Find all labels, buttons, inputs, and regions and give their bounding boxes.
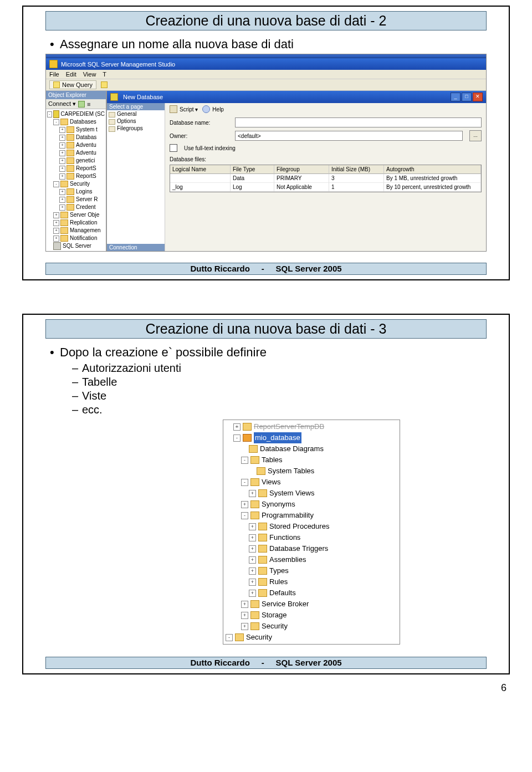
refresh-icon[interactable] — [78, 101, 85, 108]
new-query-label: New Query — [62, 81, 93, 88]
files-label: Database files: — [170, 156, 482, 162]
tree-label: Database Diagrams — [260, 443, 324, 454]
dbname-input[interactable] — [235, 117, 482, 127]
dialog-sidebar: Select a page General Options Filegroups… — [107, 103, 165, 251]
tree-item[interactable]: +ReportS — [47, 165, 105, 172]
cell[interactable] — [170, 174, 231, 183]
page-filegroups[interactable]: Filegroups — [107, 125, 165, 132]
tree-item[interactable]: +Notification — [47, 234, 105, 242]
grid-row[interactable]: Data PRIMARY 3 By 1 MB, unrestricted gro… — [170, 174, 481, 183]
minimize-button[interactable]: _ — [451, 93, 461, 101]
cell[interactable]: By 10 percent, unrestricted growth — [384, 183, 481, 192]
maximize-button[interactable]: □ — [462, 93, 472, 101]
cell[interactable]: PRIMARY — [274, 174, 329, 183]
grid-row[interactable]: _log Log Not Applicable 1 By 10 percent,… — [170, 183, 481, 192]
menu-view[interactable]: View — [83, 71, 96, 78]
tree-label: Security — [262, 621, 288, 632]
slide-2: Creazione di una nuova base di dati - 3 … — [22, 314, 510, 674]
hdr-filetype: File Type — [231, 165, 274, 174]
tree-security-bottom[interactable]: -Security — [226, 632, 397, 643]
cell[interactable]: 3 — [329, 174, 384, 183]
tree-item[interactable]: System Tables — [226, 466, 397, 477]
tree-item[interactable]: +Replication — [47, 219, 105, 227]
tree-item[interactable]: +Assemblies — [226, 554, 397, 565]
tree-item[interactable]: +Service Broker — [226, 599, 397, 610]
folder-icon — [66, 157, 74, 164]
tree-item[interactable]: +Adventu — [47, 141, 105, 149]
slide2-sub: Autorizzazioni utenti — [72, 362, 492, 375]
folder-icon — [66, 173, 74, 180]
tree-item[interactable]: +Stored Procedures — [226, 521, 397, 532]
tree-item[interactable]: +Defaults — [226, 587, 397, 599]
oe-tree[interactable]: -CARPEDIEM (SC -Databases +System t +Dat… — [46, 109, 106, 251]
cell[interactable]: Not Applicable — [274, 183, 329, 192]
tree-item[interactable]: +Security — [226, 621, 397, 632]
tree-item[interactable]: +Logins — [47, 188, 105, 196]
ssms-window: Microsoft SQL Server Management Studio F… — [45, 54, 487, 252]
tree-sqlagent[interactable]: SQL Server — [47, 242, 105, 250]
tree-item[interactable]: -Programmability — [226, 510, 397, 521]
tree-item[interactable]: +Types — [226, 565, 397, 576]
menu-edit[interactable]: Edit — [66, 71, 76, 78]
close-button[interactable]: ✕ — [473, 93, 483, 101]
menu-more[interactable]: T — [103, 71, 106, 78]
cell[interactable]: Data — [231, 174, 274, 183]
cell[interactable]: _log — [170, 183, 231, 192]
tree-item[interactable]: +Databas — [47, 134, 105, 141]
tree-item[interactable]: -Views — [226, 477, 397, 488]
cell[interactable]: 1 — [329, 183, 384, 192]
tree-item[interactable]: +Credent — [47, 203, 105, 211]
tree-item[interactable]: +Managemen — [47, 227, 105, 234]
tree-item[interactable]: -Tables — [226, 454, 397, 466]
tree-item[interactable]: +System t — [47, 126, 105, 134]
cell[interactable]: Log — [231, 183, 274, 192]
script-button[interactable]: Script ▾ — [170, 105, 198, 113]
slide2-title: Creazione di una nuova base di dati - 3 — [45, 319, 487, 339]
tree-databases[interactable]: -Databases — [47, 118, 105, 126]
tree-item[interactable]: +genetici — [47, 157, 105, 165]
fulltext-row: Use full-text indexing — [170, 144, 482, 152]
help-button[interactable]: Help — [202, 105, 224, 113]
tree-selected-db[interactable]: -mio_database — [226, 432, 397, 443]
folder-icon — [258, 578, 267, 586]
cell[interactable]: By 1 MB, unrestricted growth — [384, 174, 481, 183]
tree-item[interactable]: +ReportS — [47, 172, 105, 180]
hdr-filegroup: Filegroup — [274, 165, 329, 174]
tree-security[interactable]: -Security — [47, 180, 105, 188]
page-general[interactable]: General — [107, 110, 165, 117]
new-query-button[interactable]: New Query — [49, 80, 96, 89]
tree-item[interactable]: +Server Obje — [47, 211, 105, 219]
connect-button[interactable]: Connect ▾ — [48, 100, 76, 108]
owner-input[interactable] — [235, 131, 463, 141]
tree-server[interactable]: -CARPEDIEM (SC — [47, 110, 105, 118]
folder-icon — [66, 142, 74, 149]
tree-item[interactable]: +System Views — [226, 488, 397, 499]
tree-item[interactable]: +Rules — [226, 576, 397, 587]
menu-file[interactable]: File — [49, 71, 59, 78]
slide1-bullet: Assegnare un nome alla nuova base di dat… — [50, 37, 492, 52]
folder-icon — [60, 219, 68, 226]
page-options[interactable]: Options — [107, 117, 165, 125]
ssms-body: Object Explorer Connect ▾ ≡ -CARPEDIEM (… — [46, 91, 486, 251]
tree-item[interactable]: +Synonyms — [226, 499, 397, 510]
tree-item[interactable]: +Server R — [47, 196, 105, 203]
tree-item[interactable]: +Storage — [226, 610, 397, 621]
tree-item[interactable]: +Adventu — [47, 149, 105, 157]
slide2-body: Dopo la creazione e` possibile definire … — [23, 342, 509, 653]
tree-item[interactable]: +Functions — [226, 532, 397, 543]
toolbar-icon[interactable] — [101, 81, 108, 88]
database-tree[interactable]: +ReportServerTempDB -mio_database Databa… — [223, 420, 400, 645]
folder-icon — [250, 600, 259, 608]
agent-icon — [53, 242, 61, 250]
fulltext-checkbox[interactable] — [170, 144, 177, 152]
window-buttons: _ □ ✕ — [451, 93, 483, 101]
tree-item[interactable]: Database Diagrams — [226, 443, 397, 454]
files-grid[interactable]: Logical Name File Type Filegroup Initial… — [170, 165, 482, 192]
owner-browse-button[interactable]: ... — [469, 130, 482, 141]
folder-icon — [60, 235, 68, 242]
tree-item[interactable]: +Database Triggers — [226, 543, 397, 554]
folder-icon — [257, 467, 265, 475]
tree-label: System Views — [269, 488, 314, 499]
tree-label: Types — [269, 565, 289, 576]
object-explorer-header: Object Explorer — [46, 91, 106, 99]
